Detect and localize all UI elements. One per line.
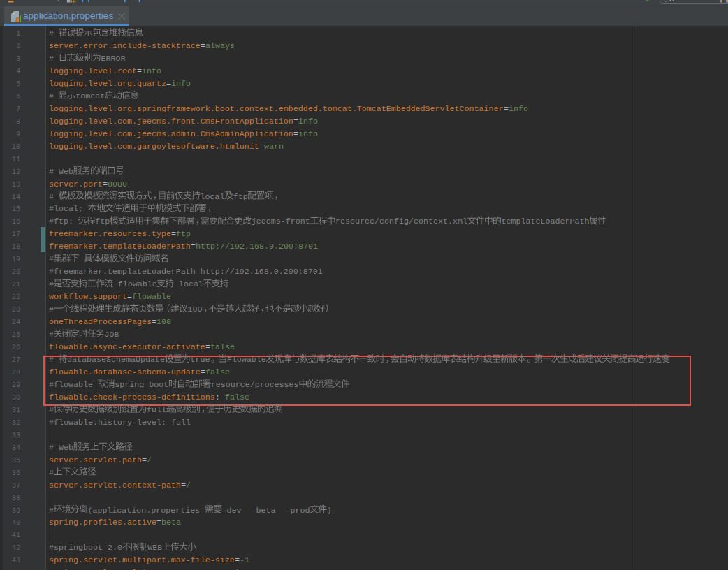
- svg-text:flowable.check-process-definit: flowable.check-process-definitions: [49, 393, 215, 402]
- svg-text:8: 8: [16, 117, 20, 126]
- svg-text:-dev: -dev: [222, 506, 242, 516]
- svg-text:logging.level.com.jeecms.front: logging.level.com.jeecms.front.CmsFrontA…: [49, 117, 293, 126]
- svg-text:1: 1: [16, 29, 20, 38]
- svg-text:16: 16: [12, 217, 20, 226]
- svg-text:27: 27: [12, 356, 20, 364]
- svg-text:=: =: [137, 66, 142, 76]
- svg-text:25: 25: [12, 330, 20, 339]
- svg-text:#: #: [49, 443, 54, 453]
- svg-text:flowable.database-schema-updat: flowable.database-schema-update: [49, 367, 201, 377]
- svg-text:/: /: [147, 455, 152, 465]
- svg-text:28: 28: [12, 368, 20, 377]
- svg-text:26: 26: [12, 343, 20, 351]
- svg-text:3: 3: [16, 54, 20, 63]
- svg-text:4: 4: [16, 67, 20, 75]
- svg-text:12: 12: [12, 168, 20, 176]
- svg-text:#local:: #local:: [49, 204, 83, 214]
- svg-text:2: 2: [16, 42, 20, 50]
- svg-text:36: 36: [12, 469, 20, 477]
- svg-text:9: 9: [16, 130, 20, 138]
- svg-text:=: =: [293, 117, 298, 126]
- svg-text:local: local: [179, 279, 203, 289]
- svg-text:ftp: ftp: [176, 229, 191, 239]
- svg-text:40: 40: [12, 518, 20, 527]
- svg-text:tomcat: tomcat: [75, 92, 105, 101]
- svg-text:17: 17: [12, 230, 20, 238]
- svg-text:false: false: [225, 393, 249, 402]
- svg-text:JOB: JOB: [105, 330, 119, 339]
- svg-text:22: 22: [12, 293, 20, 301]
- svg-text:#: #: [49, 405, 54, 415]
- svg-text:workflow.support: workflow.support: [49, 292, 127, 302]
- svg-text:info: info: [298, 117, 318, 126]
- svg-text:21: 21: [12, 280, 20, 288]
- svg-text:spring.profiles.active: spring.profiles.active: [49, 518, 156, 527]
- svg-text:-beta: -beta: [252, 506, 276, 516]
- svg-text:info: info: [509, 104, 528, 114]
- svg-text:14: 14: [12, 193, 20, 201]
- svg-text:=: =: [235, 555, 240, 565]
- svg-text:42: 42: [12, 543, 20, 552]
- svg-text:=: =: [504, 104, 509, 114]
- svg-text:info: info: [298, 129, 318, 139]
- svg-text:freemarker.resources.type: freemarker.resources.type: [49, 229, 171, 239]
- svg-text:#freemarker.templateLoaderPath: #freemarker.templateLoaderPath=http://19…: [49, 267, 323, 277]
- svg-text:33: 33: [12, 431, 20, 439]
- svg-text:flowable: flowable: [118, 279, 157, 289]
- svg-text:always: always: [205, 41, 235, 51]
- svg-text:logging.level.root: logging.level.root: [49, 66, 137, 76]
- svg-text:6: 6: [16, 92, 20, 101]
- svg-text:Web: Web: [59, 167, 73, 177]
- svg-text:flowable.async-executor-activa: flowable.async-executor-activate: [49, 342, 205, 352]
- svg-text:43: 43: [12, 556, 20, 564]
- svg-text:local: local: [201, 192, 225, 202]
- svg-text:Flowable: Flowable: [227, 355, 266, 365]
- svg-text:=: =: [166, 79, 171, 89]
- svg-text:=: =: [103, 180, 108, 189]
- svg-text:oneThreadProcessPages: oneThreadProcessPages: [49, 317, 152, 327]
- svg-text:resource/processes: resource/processes: [211, 380, 299, 390]
- svg-text:38: 38: [12, 494, 20, 502]
- svg-text:false: false: [210, 342, 235, 352]
- svg-text:100: 100: [188, 305, 203, 314]
- svg-text:=: =: [205, 342, 210, 352]
- svg-text:=: =: [201, 41, 205, 51]
- svg-text:-prod: -prod: [286, 506, 310, 516]
- svg-text:=: =: [201, 367, 205, 377]
- svg-text:databaseSchemaUpdate: databaseSchemaUpdate: [67, 355, 165, 365]
- svg-text:#: #: [49, 254, 54, 264]
- svg-text:=: =: [142, 455, 147, 465]
- svg-text:19: 19: [12, 255, 20, 263]
- svg-text:jeecms-front: jeecms-front: [252, 217, 310, 226]
- svg-text:=: =: [156, 518, 161, 527]
- svg-text:warn: warn: [264, 142, 284, 152]
- svg-text:#: #: [49, 506, 54, 516]
- svg-text:): ): [327, 506, 332, 516]
- svg-text:/: /: [186, 481, 191, 490]
- svg-text:info: info: [142, 66, 161, 76]
- svg-text:false: false: [205, 367, 230, 377]
- svg-text:freemarker.templateLoaderPath: freemarker.templateLoaderPath: [49, 242, 191, 251]
- svg-text:37: 37: [12, 481, 20, 490]
- svg-text:server.servlet.context-path: server.servlet.context-path: [49, 481, 181, 490]
- svg-text:full: full: [147, 405, 166, 415]
- svg-text:ERROR: ERROR: [101, 54, 126, 64]
- svg-text:15: 15: [12, 205, 20, 213]
- svg-text:ftp: ftp: [95, 217, 110, 226]
- svg-text:11: 11: [12, 155, 20, 163]
- svg-text:flowable: flowable: [132, 292, 171, 302]
- svg-text::: :: [215, 393, 220, 402]
- svg-text:logging.level.org.quartz: logging.level.org.quartz: [49, 79, 166, 89]
- svg-text:#: #: [49, 279, 54, 289]
- svg-text:41: 41: [12, 531, 20, 539]
- svg-text:#: #: [49, 29, 54, 38]
- svg-text:39: 39: [12, 506, 20, 515]
- svg-text:#: #: [49, 355, 54, 365]
- svg-text:#ftp:: #ftp:: [49, 217, 73, 226]
- svg-text:ftp: ftp: [233, 192, 248, 202]
- svg-text:7: 7: [16, 105, 20, 113]
- svg-text:spring: spring: [115, 380, 144, 390]
- svg-text:Web: Web: [59, 443, 73, 453]
- svg-text:server.error.include-stacktrac: server.error.include-stacktrace: [49, 41, 201, 51]
- svg-text:20: 20: [12, 268, 20, 276]
